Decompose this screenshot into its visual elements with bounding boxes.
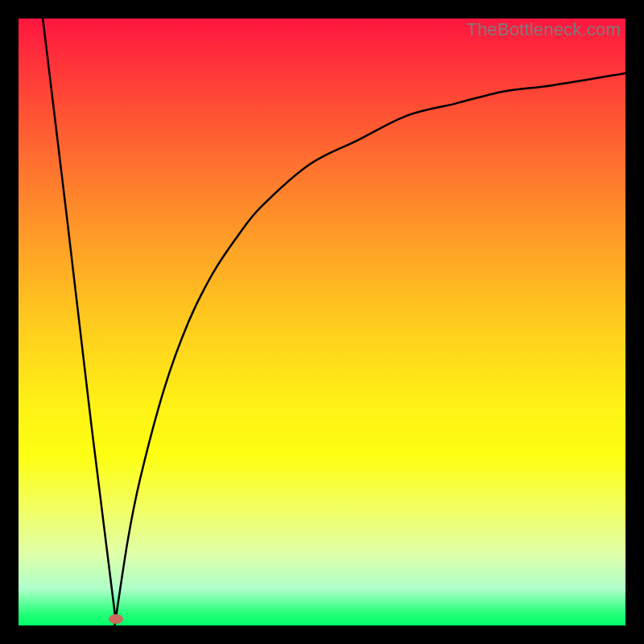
plot-area: TheBottleneck.com <box>19 19 625 625</box>
curve-path <box>43 19 625 625</box>
chart-frame: TheBottleneck.com <box>0 0 644 644</box>
chart-curve <box>19 19 625 625</box>
